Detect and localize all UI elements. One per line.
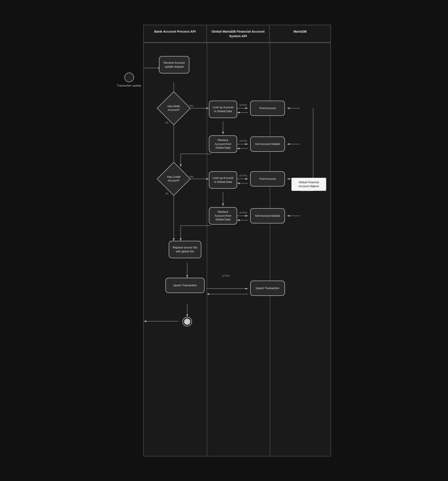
global-financial-objects-box: Global Financial Account Objects <box>291 178 326 191</box>
left-lane: Transaction update <box>117 73 141 88</box>
transaction-update-label: Transaction update <box>117 84 141 88</box>
diagram-container: Bank Account Process API Global MariaDB … <box>143 25 331 456</box>
https-credit-lookup-label: HTTPS <box>239 174 247 177</box>
has-debit-diamond <box>157 91 191 125</box>
outer-wrapper: Transaction update Bank Account Process … <box>113 16 335 465</box>
get-account-details-credit-node: Get Account Details <box>250 208 285 223</box>
no-debit-label: No <box>165 121 169 124</box>
lookup-debit-node: Look up Account in Global Data <box>209 101 237 118</box>
upsert-txn-left-node: Upsert Transaction <box>165 278 205 293</box>
find-account-debit-node: Find Account <box>250 101 285 116</box>
https-upsert-label: HTTPS <box>222 275 230 277</box>
start-circle <box>125 73 134 82</box>
lookup-credit-node: Look up Account in Global Data <box>209 171 237 189</box>
https-credit-retrieve-label: HTTPS <box>239 211 247 214</box>
get-account-details-debit-node: Get Account Details <box>250 136 285 152</box>
has-credit-diamond <box>157 162 191 196</box>
body-area: Receive Account update request Has Debit… <box>144 43 330 456</box>
col3-header: MariaDB <box>270 25 330 43</box>
replace-ids-node: Replace source IDs with global IDs <box>169 241 201 258</box>
upsert-txn-right-node: Upsert Transaction <box>250 281 285 296</box>
col1-header: Bank Account Process API <box>144 25 207 43</box>
end-circle-inner <box>184 319 190 325</box>
https-debit-label: HTTPS <box>239 104 247 106</box>
col-divider-1 <box>207 43 207 456</box>
end-circle <box>182 317 192 326</box>
find-account-credit-node: Find Account <box>250 171 285 187</box>
retrieve-credit-node: Retrieve Account from Global Data <box>209 207 237 225</box>
receive-request-node: Receive Account update request <box>159 56 189 74</box>
https-debit-retrieve-label: HTTPS <box>239 140 247 142</box>
yes-credit-label: Yes <box>189 175 193 178</box>
no-credit-label: No <box>165 192 169 195</box>
headers-row: Bank Account Process API Global MariaDB … <box>144 25 330 43</box>
retrieve-debit-node: Retrieve Account from Global Data <box>209 135 237 153</box>
yes-debit-label: Yes <box>189 104 193 107</box>
svg-line-34 <box>300 108 317 178</box>
col2-header: Global MariaDB Financial Account System … <box>207 25 270 43</box>
